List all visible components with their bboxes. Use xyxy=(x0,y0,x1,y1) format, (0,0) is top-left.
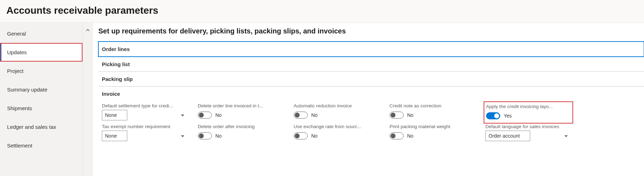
main-panel: Set up requirements for delivery, pickin… xyxy=(93,23,644,176)
accordion-picking-list[interactable]: Picking list xyxy=(98,57,644,71)
sidebar: General Updates Project Summary update S… xyxy=(0,23,83,176)
field-settlement-type: Default settlement type for credi... Non… xyxy=(102,103,188,122)
credit-correction-toggle[interactable] xyxy=(390,112,404,119)
accordion-order-lines[interactable]: Order lines xyxy=(98,42,644,57)
field-print-material: Print packing material weight No xyxy=(390,124,476,141)
tax-exempt-select[interactable]: None xyxy=(102,131,127,141)
toggle-value: No xyxy=(215,112,222,118)
section-heading: Set up requirements for delivery, pickin… xyxy=(98,27,644,35)
sidebar-item-label: Summary update xyxy=(7,87,47,93)
default-language-select[interactable]: Order account xyxy=(485,131,530,141)
invoice-row-1: Default settlement type for credi... Non… xyxy=(102,103,640,122)
field-label: Tax exempt number requirement xyxy=(102,124,188,129)
accordion-packing-slip[interactable]: Packing slip xyxy=(98,71,644,86)
toggle-row: No xyxy=(294,131,380,141)
sidebar-item-settlement[interactable]: Settlement xyxy=(0,136,82,155)
apply-layout-toggle[interactable] xyxy=(486,112,500,119)
field-apply-credit-layout: Apply the credit invoicing layo... Yes xyxy=(485,103,571,122)
sidebar-item-label: General xyxy=(7,31,26,37)
field-label: Default settlement type for credi... xyxy=(102,103,188,108)
page-title: Accounts receivable parameters xyxy=(0,0,644,23)
sidebar-collapse[interactable] xyxy=(83,23,93,176)
field-label: Credit note as correction xyxy=(390,103,476,108)
auto-reduction-toggle[interactable] xyxy=(294,112,308,119)
field-label: Print packing material weight xyxy=(390,124,476,129)
field-delete-line: Delete order line invoiced in t... No xyxy=(198,103,284,122)
field-label: Delete order line invoiced in t... xyxy=(198,103,284,108)
toggle-knob xyxy=(295,133,300,138)
toggle-row: No xyxy=(198,131,284,141)
exchange-rate-toggle[interactable] xyxy=(294,132,308,139)
toggle-knob xyxy=(494,113,499,118)
toggle-value: Yes xyxy=(504,113,512,119)
sidebar-item-updates[interactable]: Updates xyxy=(0,43,82,62)
field-label: Delete order after invoicing xyxy=(198,124,284,129)
sidebar-item-label: Ledger and sales tax xyxy=(7,124,56,130)
field-auto-reduction: Automatic reduction invoice No xyxy=(294,103,380,122)
field-label: Use exchange rate from sourc... xyxy=(294,124,380,129)
print-material-toggle[interactable] xyxy=(390,132,404,139)
field-credit-correction: Credit note as correction No xyxy=(390,103,476,122)
toggle-value: No xyxy=(311,112,318,118)
toggle-knob xyxy=(199,113,204,118)
sidebar-item-project[interactable]: Project xyxy=(0,62,82,80)
toggle-row: No xyxy=(294,110,380,120)
toggle-knob xyxy=(295,113,300,118)
toggle-value: No xyxy=(407,133,413,139)
select-wrap: None xyxy=(102,131,188,141)
sidebar-item-general[interactable]: General xyxy=(0,24,82,43)
delete-line-toggle[interactable] xyxy=(198,112,212,119)
sidebar-item-label: Project xyxy=(7,68,24,74)
invoice-section-body: Default settlement type for credi... Non… xyxy=(98,101,644,141)
sidebar-item-label: Shipments xyxy=(7,105,32,111)
toggle-row: No xyxy=(198,110,284,120)
sidebar-item-ledger-sales-tax[interactable]: Ledger and sales tax xyxy=(0,118,82,136)
field-tax-exempt: Tax exempt number requirement None xyxy=(102,124,188,141)
sidebar-item-label: Updates xyxy=(7,49,27,55)
sidebar-item-summary-update[interactable]: Summary update xyxy=(0,80,82,99)
toggle-row: No xyxy=(390,110,476,120)
chevron-up-icon xyxy=(85,28,90,34)
field-delete-after: Delete order after invoicing No xyxy=(198,124,284,141)
toggle-value: No xyxy=(215,133,222,139)
toggle-knob xyxy=(391,113,395,118)
field-exchange-rate: Use exchange rate from sourc... No xyxy=(294,124,380,141)
toggle-knob xyxy=(391,133,395,138)
field-label: Apply the credit invoicing layo... xyxy=(486,104,571,109)
field-label: Default language for sales invoices xyxy=(485,124,571,129)
main-layout: General Updates Project Summary update S… xyxy=(0,23,644,176)
toggle-row: No xyxy=(390,131,476,141)
field-label: Automatic reduction invoice xyxy=(294,103,380,108)
select-wrap: None xyxy=(102,110,188,120)
field-default-language: Default language for sales invoices Orde… xyxy=(485,124,571,141)
select-wrap: Order account xyxy=(485,131,571,141)
delete-after-toggle[interactable] xyxy=(198,132,212,139)
sidebar-item-label: Settlement xyxy=(7,143,32,149)
invoice-row-2: Tax exempt number requirement None Delet… xyxy=(102,124,640,141)
toggle-value: No xyxy=(311,133,318,139)
toggle-row: Yes xyxy=(486,111,571,121)
settlement-type-select[interactable]: None xyxy=(102,110,127,120)
toggle-knob xyxy=(199,133,204,138)
accordion-invoice[interactable]: Invoice xyxy=(98,86,644,101)
toggle-value: No xyxy=(407,112,413,118)
sidebar-item-shipments[interactable]: Shipments xyxy=(0,99,82,118)
